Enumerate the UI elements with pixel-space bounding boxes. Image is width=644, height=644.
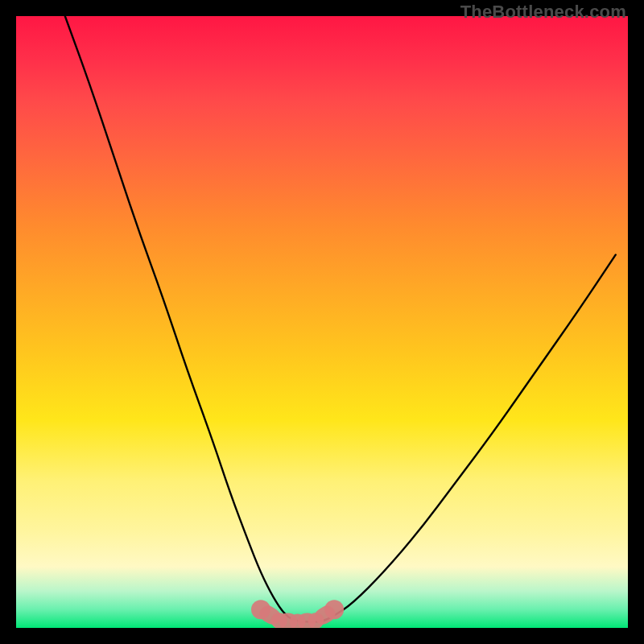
plot-area bbox=[16, 16, 628, 628]
watermark-text: TheBottleneck.com bbox=[460, 2, 626, 23]
bottleneck-curve bbox=[65, 16, 616, 621]
svg-point-8 bbox=[324, 600, 344, 619]
svg-point-4 bbox=[251, 600, 270, 619]
marker-blobs bbox=[251, 600, 344, 628]
svg-point-7 bbox=[308, 613, 324, 628]
chart-frame: TheBottleneck.com bbox=[0, 0, 644, 644]
curve-layer bbox=[16, 16, 628, 628]
svg-point-5 bbox=[271, 613, 287, 628]
